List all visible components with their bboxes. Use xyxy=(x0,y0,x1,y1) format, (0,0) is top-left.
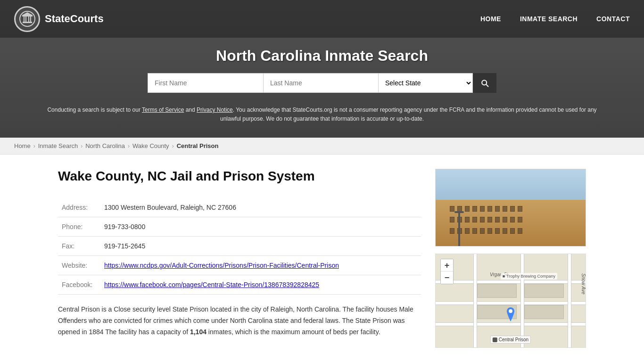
phone-label: Phone: xyxy=(58,217,100,237)
facebook-label: Facebook: xyxy=(58,275,100,295)
first-name-input[interactable] xyxy=(148,73,263,93)
map-road-h2 xyxy=(436,301,586,305)
map-road-v3 xyxy=(568,254,571,347)
facility-title: Wake County, NC Jail and Prison System xyxy=(58,169,421,184)
map-zoom-in[interactable]: + xyxy=(441,259,453,272)
map-road-h1 xyxy=(436,280,586,284)
breadcrumb-home[interactable]: Home xyxy=(14,142,31,149)
map-zoom-out[interactable]: − xyxy=(441,272,453,284)
privacy-link[interactable]: Privacy Notice xyxy=(197,107,233,113)
website-label: Website: xyxy=(58,256,100,275)
svg-rect-1 xyxy=(23,22,32,23)
map-road-h3 xyxy=(436,322,586,326)
content-right: Vrgan St Snow Ave ■Trophy Brewing Compan… xyxy=(435,169,586,348)
capacity-value: 1,104 xyxy=(190,328,206,336)
brand-name: StateCourts xyxy=(45,13,104,25)
search-icon xyxy=(480,78,489,88)
separator-3: › xyxy=(128,143,130,149)
disclaimer-text: Conducting a search is subject to our Te… xyxy=(0,100,644,133)
breadcrumb-current: Central Prison xyxy=(177,142,219,149)
facebook-link[interactable]: https://www.facebook.com/pages/Central-S… xyxy=(104,281,319,288)
breadcrumb: Home › Inmate Search › North Carolina › … xyxy=(0,138,644,155)
breadcrumb-north-carolina[interactable]: North Carolina xyxy=(85,142,125,149)
terms-link[interactable]: Terms of Service xyxy=(142,107,184,113)
nav-inmate-search[interactable]: INMATE SEARCH xyxy=(520,10,578,27)
map-facility-label: Central Prison xyxy=(490,336,531,344)
state-select[interactable]: Select StateAlabamaAlaskaArizonaArkansas… xyxy=(379,73,473,93)
nav-contact[interactable]: CONTACT xyxy=(596,10,630,27)
fax-label: Fax: xyxy=(58,237,100,256)
address-value: 1300 Western Boulevard, Raleigh, NC 2760… xyxy=(100,198,421,217)
hero-section: North Carolina Inmate Search Select Stat… xyxy=(0,38,644,138)
nav-links: HOME INMATE SEARCH CONTACT xyxy=(480,10,630,27)
website-link[interactable]: https://www.ncdps.gov/Adult-Corrections/… xyxy=(104,262,339,269)
map-controls: + − xyxy=(440,259,454,284)
content-left: Wake County, NC Jail and Prison System A… xyxy=(58,169,421,348)
logo-link[interactable]: StateCourts xyxy=(14,6,104,32)
last-name-input[interactable] xyxy=(263,73,379,93)
svg-rect-2 xyxy=(24,16,25,22)
address-label: Address: xyxy=(58,198,100,217)
logo-icon xyxy=(14,6,40,32)
facility-description: Central Prison is a Close security level… xyxy=(58,304,421,337)
map-block-1 xyxy=(477,284,517,298)
svg-rect-4 xyxy=(28,16,29,22)
map-road-v2 xyxy=(520,254,524,347)
svg-point-8 xyxy=(509,309,512,313)
address-row: Address: 1300 Western Boulevard, Raleigh… xyxy=(58,198,421,217)
breadcrumb-inmate-search[interactable]: Inmate Search xyxy=(38,142,78,149)
separator-4: › xyxy=(172,143,174,149)
nav-home[interactable]: HOME xyxy=(480,10,501,27)
search-button[interactable] xyxy=(473,73,496,93)
fax-value: 919-715-2645 xyxy=(100,237,421,256)
phone-row: Phone: 919-733-0800 xyxy=(58,217,421,237)
separator-2: › xyxy=(81,143,83,149)
facility-image xyxy=(435,169,586,247)
hero-title: North Carolina Inmate Search xyxy=(0,47,644,65)
svg-rect-5 xyxy=(30,16,31,22)
map-road-v1 xyxy=(473,254,477,347)
main-content: Wake County, NC Jail and Prison System A… xyxy=(39,155,605,362)
info-table: Address: 1300 Western Boulevard, Raleigh… xyxy=(58,198,421,295)
separator-1: › xyxy=(33,143,35,149)
map-pin xyxy=(505,307,516,321)
navbar: StateCourts HOME INMATE SEARCH CONTACT xyxy=(0,0,644,38)
website-value: https://www.ncdps.gov/Adult-Corrections/… xyxy=(100,256,421,275)
svg-rect-3 xyxy=(25,16,26,22)
svg-rect-6 xyxy=(22,15,33,16)
map-container: Vrgan St Snow Ave ■Trophy Brewing Compan… xyxy=(435,254,586,348)
search-bar: Select StateAlabamaAlaskaArizonaArkansas… xyxy=(0,73,644,93)
map-block-2 xyxy=(524,284,564,298)
trophy-label: ■Trophy Brewing Company xyxy=(501,273,557,280)
facebook-row: Facebook: https://www.facebook.com/pages… xyxy=(58,275,421,295)
breadcrumb-wake-county[interactable]: Wake County xyxy=(132,142,169,149)
map-block-4 xyxy=(524,305,564,319)
fax-row: Fax: 919-715-2645 xyxy=(58,237,421,256)
facebook-value: https://www.facebook.com/pages/Central-S… xyxy=(100,275,421,295)
website-row: Website: https://www.ncdps.gov/Adult-Cor… xyxy=(58,256,421,275)
map-street-label-snow: Snow Ave xyxy=(581,273,586,294)
phone-value: 919-733-0800 xyxy=(100,217,421,237)
